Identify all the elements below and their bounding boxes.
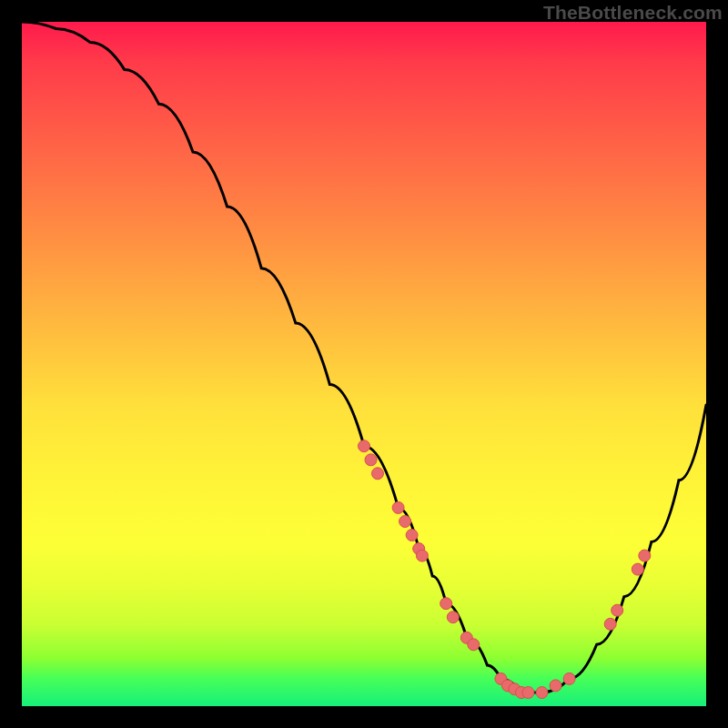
gradient-background <box>22 22 706 706</box>
watermark-text: TheBottleneck.com <box>543 2 723 24</box>
chart-frame <box>22 22 706 706</box>
